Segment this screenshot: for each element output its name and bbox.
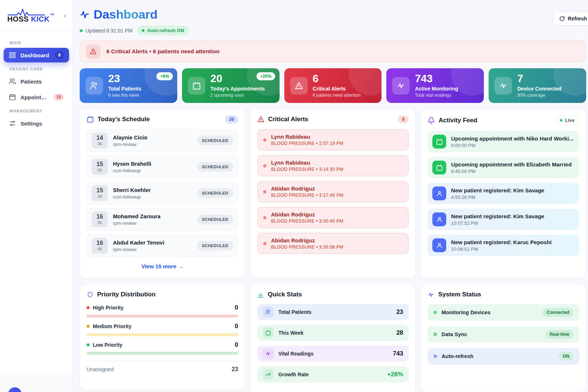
alert-dot bbox=[263, 242, 266, 245]
schedule-item[interactable]: 1445 Alaynie Ciciorpm-review SCHEDULED bbox=[87, 129, 238, 152]
patient-name: Lynn Rabideau bbox=[271, 160, 344, 166]
alert-triangle-icon bbox=[290, 77, 308, 95]
visit-type: ccm-followup bbox=[113, 194, 151, 200]
alert-triangle-icon bbox=[257, 116, 265, 123]
status-dot bbox=[433, 311, 437, 314]
quick-stat-row: Total Patients 23 bbox=[257, 304, 409, 320]
alert-dot bbox=[263, 138, 266, 142]
alerts-count-badge: 6 bbox=[398, 115, 409, 123]
stat-value: 28 bbox=[396, 329, 403, 337]
status-label: Data Sync bbox=[441, 331, 467, 337]
stat-card-total-patients[interactable]: +6% 23 Total Patients 6 new this week bbox=[80, 68, 177, 103]
sidebar-footer bbox=[0, 373, 73, 392]
status-badge: SCHEDULED bbox=[197, 215, 233, 224]
sidebar-item-label: Patients bbox=[20, 78, 42, 85]
feed-time: 8:45:00 PM bbox=[451, 169, 572, 174]
time-box: 1500 bbox=[92, 159, 108, 175]
priority-value: 0 bbox=[235, 304, 238, 311]
stat-card-devices[interactable]: 7 Device Connected 30% coverage bbox=[489, 68, 586, 103]
view-more-link[interactable]: View 15 more → bbox=[87, 263, 238, 269]
panel-title: Priority Distribution bbox=[97, 291, 156, 298]
system-status-panel: System Status Monitoring Devices Connect… bbox=[421, 284, 586, 392]
schedule-item[interactable]: 1500 Hysen Braholliccm-followup SCHEDULE… bbox=[87, 155, 238, 178]
alert-item[interactable]: Abidan RodriguzBLOOD PRESSURE • 3:30:45 … bbox=[257, 207, 409, 228]
calendar-icon bbox=[432, 135, 446, 149]
alert-item[interactable]: Abidan RodriguzBLOOD PRESSURE • 3:35:56 … bbox=[257, 233, 409, 254]
feed-item[interactable]: Upcoming appointment with Elizabeth Marr… bbox=[428, 157, 579, 178]
sidebar-item-label: Appointme... bbox=[20, 94, 49, 100]
stat-label: Total Patients bbox=[108, 86, 141, 92]
sidebar-collapse-button[interactable]: ‹ bbox=[62, 10, 68, 20]
users-icon bbox=[86, 77, 103, 95]
alert-item[interactable]: Lynn RabideauBLOOD PRESSURE • 2:57:19 PM bbox=[257, 129, 409, 150]
patient-name: Mohamed Zaroura bbox=[113, 213, 160, 219]
stat-label: Device Connected bbox=[517, 86, 561, 92]
feed-item[interactable]: Upcoming appointment with Niko Hard Work… bbox=[428, 131, 579, 152]
stat-subtext: 6 new this week bbox=[108, 93, 141, 98]
stat-card-critical-alerts[interactable]: 6 Critical Alerts 6 patients need attent… bbox=[284, 68, 382, 103]
stat-label: Active Monitoring bbox=[415, 86, 458, 92]
alert-detail: BLOOD PRESSURE • 3:30:45 PM bbox=[271, 219, 344, 224]
feed-time: 4:55:26 PM bbox=[451, 195, 544, 200]
sidebar-item-dashboard[interactable]: Dashboard 8 bbox=[4, 48, 69, 62]
alert-item[interactable]: Abidan RodriguzBLOOD PRESSURE • 3:17:49 … bbox=[257, 181, 409, 202]
schedule-item[interactable]: 1530 Sherri Koehlerccm-followup SCHEDULE… bbox=[87, 182, 238, 204]
panel-title: Activity Feed bbox=[439, 117, 477, 124]
schedule-item[interactable]: 1645 Abdul Kader Tenovirpm-review SCHEDU… bbox=[87, 234, 238, 257]
app-viewport: HOSS KICKTM ‹ MAIN Dashboard 8 PATIENT C… bbox=[0, 0, 588, 392]
feed-item[interactable]: New patient registered: Kim Savage4:55:2… bbox=[428, 183, 579, 204]
priority-bar-medium bbox=[87, 333, 238, 336]
sidebar-item-patients[interactable]: Patients bbox=[4, 74, 69, 89]
patient-name: Abdul Kader Tenovi bbox=[113, 239, 164, 246]
priority-label: Medium Priority bbox=[93, 323, 132, 329]
panels-row-1: Today's Schedule 20 1445 Alaynie Ciciorp… bbox=[80, 108, 586, 278]
activity-pulse-icon bbox=[263, 348, 274, 359]
user-avatar[interactable] bbox=[8, 387, 22, 392]
refresh-button[interactable]: Refresh bbox=[553, 12, 588, 26]
sidebar-item-appointments[interactable]: Appointme... 19 bbox=[4, 90, 69, 104]
critical-alert-banner: 6 Critical Alerts • 6 patients need atte… bbox=[80, 41, 586, 62]
alert-item[interactable]: Lynn RabideauBLOOD PRESSURE • 3:14:30 PM bbox=[257, 155, 409, 176]
quick-stat-row: This Week 28 bbox=[257, 325, 409, 341]
feed-text: Upcoming appointment with Elizabeth Marr… bbox=[451, 161, 572, 168]
calendar-icon bbox=[432, 161, 446, 174]
stat-card-appointments[interactable]: +20% 20 Today's Appointments 2 upcoming … bbox=[182, 68, 280, 103]
status-dot bbox=[142, 29, 144, 32]
stat-label: Vital Readings bbox=[278, 351, 314, 357]
stat-value: +26% bbox=[387, 371, 403, 378]
sidebar-item-settings[interactable]: Settings bbox=[4, 116, 69, 131]
feed-item[interactable]: New patient registered: Karuc Peposhi10:… bbox=[428, 235, 579, 256]
critical-alerts-panel: Critical Alerts 6 Lynn RabideauBLOOD PRE… bbox=[250, 108, 416, 278]
patient-name: Abidan Rodriguz bbox=[271, 237, 344, 243]
activity-feed-panel: Activity Feed Live Upcoming appointment … bbox=[421, 108, 586, 278]
stat-card-active-monitoring[interactable]: 743 Active Monitoring Total vital readin… bbox=[386, 68, 484, 103]
stat-cards-row: +6% 23 Total Patients 6 new this week +2… bbox=[80, 68, 586, 103]
panel-title: System Status bbox=[438, 291, 481, 298]
sidebar: HOSS KICKTM ‹ MAIN Dashboard 8 PATIENT C… bbox=[0, 0, 73, 392]
calendar-icon bbox=[263, 327, 274, 338]
status-dot bbox=[80, 29, 83, 32]
status-badge: ON bbox=[559, 352, 573, 361]
sidebar-item-label: Settings bbox=[20, 120, 42, 127]
schedule-count-badge: 20 bbox=[225, 115, 238, 123]
sidebar-nav: MAIN Dashboard 8 PATIENT CARE Patients A… bbox=[0, 31, 73, 131]
header-meta: Updated 8:31:01 PM Auto-refresh ON bbox=[80, 26, 189, 35]
quick-stat-row: Growth Rate +26% bbox=[257, 366, 409, 383]
sliders-icon bbox=[9, 120, 16, 127]
alert-dot bbox=[263, 216, 266, 219]
schedule-item[interactable]: 1600 Mohamed Zarourarpm-review SCHEDULED bbox=[87, 208, 238, 231]
stat-subtext: 2 upcoming soon bbox=[210, 93, 265, 98]
grid-icon bbox=[9, 51, 16, 59]
activity-pulse-icon bbox=[80, 9, 90, 19]
brand-hoss: HOSS bbox=[7, 15, 29, 23]
visit-type: ccm-followup bbox=[113, 168, 151, 173]
status-badge: SCHEDULED bbox=[197, 136, 233, 145]
stat-subtext: 6 patients need attention bbox=[313, 93, 361, 98]
appointments-count-badge: 19 bbox=[53, 93, 64, 101]
activity-pulse-icon bbox=[494, 77, 512, 95]
feed-item[interactable]: New patient registered: Kim Savage10:07:… bbox=[428, 209, 579, 230]
feed-text: Upcoming appointment with Niko Hard Work… bbox=[451, 135, 573, 142]
warning-triangle-icon bbox=[86, 44, 100, 59]
priority-label: High Priority bbox=[93, 305, 124, 311]
refresh-label: Refresh bbox=[568, 16, 587, 22]
